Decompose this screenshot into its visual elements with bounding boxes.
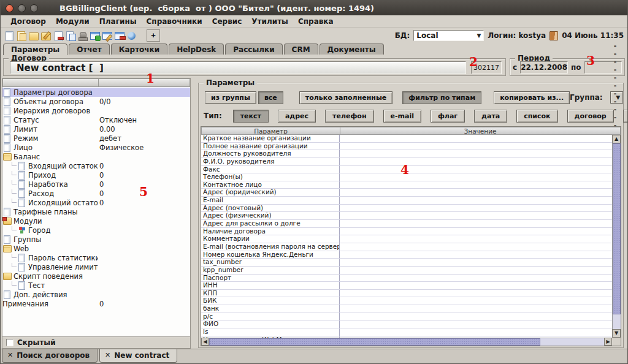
new-document-icon[interactable] bbox=[4, 31, 15, 41]
horizontal-scrollbar-thumb[interactable] bbox=[209, 338, 540, 346]
table-row[interactable]: Контактное лицо bbox=[201, 181, 612, 189]
menu-item[interactable]: Модули bbox=[51, 16, 94, 27]
scroll-up-icon[interactable]: ▲ bbox=[612, 135, 621, 143]
contract-name-field[interactable]: New contract [ ] bbox=[10, 61, 466, 74]
bottom-tab[interactable]: ✕ Поиск договоров bbox=[2, 349, 98, 363]
table-row[interactable]: КПП bbox=[201, 290, 612, 298]
param-value-cell[interactable] bbox=[340, 243, 612, 251]
type-filter-button[interactable]: договор bbox=[567, 110, 614, 123]
table-row[interactable]: банк bbox=[201, 305, 612, 313]
param-value-cell[interactable] bbox=[340, 150, 612, 157]
table-row[interactable]: E-mail (востановления пароля на сервер с… bbox=[201, 243, 612, 251]
scroll-left-icon[interactable]: ◀ bbox=[201, 338, 209, 346]
table-row[interactable]: tax_number bbox=[201, 259, 612, 267]
table-row[interactable]: Адрес для рассылки о долге bbox=[201, 220, 612, 228]
table-row[interactable]: Наличие договора bbox=[201, 228, 612, 236]
param-value-cell[interactable] bbox=[340, 135, 612, 142]
tree-item[interactable]: Тарифные планы bbox=[2, 207, 190, 216]
param-value-cell[interactable] bbox=[340, 220, 612, 227]
type-filter-button[interactable]: телефон bbox=[325, 110, 373, 123]
param-value-cell[interactable] bbox=[340, 173, 612, 181]
tree-item[interactable]: Скрипт поведения bbox=[2, 271, 190, 281]
menu-item[interactable]: Утилиты bbox=[247, 16, 293, 27]
vertical-scrollbar[interactable]: ▲ ▼ bbox=[612, 135, 621, 338]
tree-item[interactable]: Режим дебет bbox=[2, 134, 190, 143]
param-value-cell[interactable] bbox=[340, 259, 612, 266]
scroll-right-icon[interactable]: ▶ bbox=[604, 338, 612, 346]
refresh-clock-icon[interactable] bbox=[126, 31, 137, 41]
param-value-cell[interactable] bbox=[340, 290, 612, 297]
hidden-checkbox[interactable] bbox=[6, 339, 13, 346]
tree-item[interactable]: Объекты договора 0/0 bbox=[2, 97, 190, 106]
type-filter-button[interactable]: список bbox=[516, 110, 557, 123]
param-value-cell[interactable] bbox=[340, 189, 612, 196]
close-tab-icon[interactable]: ✕ bbox=[105, 352, 110, 358]
tree-item[interactable]: Доп. действия bbox=[2, 290, 190, 299]
table-row[interactable]: ИНН bbox=[201, 282, 612, 290]
table-row[interactable]: Полное название организации bbox=[201, 143, 612, 151]
menu-item[interactable]: Справочники bbox=[142, 16, 207, 27]
table-row[interactable]: ФИО bbox=[201, 320, 612, 328]
param-value-cell[interactable] bbox=[340, 251, 612, 259]
filter-button[interactable]: только заполненные bbox=[299, 91, 393, 104]
horizontal-scrollbar[interactable]: ◀ ▶ bbox=[201, 338, 612, 346]
menu-item[interactable]: Сервис bbox=[207, 16, 247, 27]
type-filter-button[interactable]: e-mail bbox=[383, 110, 421, 123]
column-header-parameter[interactable]: Параметр bbox=[201, 127, 340, 135]
table-row[interactable]: Номер кошелька Яндекс.Деньги bbox=[201, 251, 612, 259]
type-filter-button[interactable]: дата bbox=[474, 110, 507, 123]
tree-item[interactable]: Web bbox=[2, 244, 190, 253]
minimize-window-button[interactable] bbox=[18, 4, 26, 12]
type-filter-button[interactable]: обсл. договора bbox=[623, 110, 628, 123]
copy-document-icon[interactable] bbox=[16, 31, 27, 41]
param-value-cell[interactable] bbox=[340, 197, 612, 204]
exit-session-icon[interactable] bbox=[550, 31, 558, 40]
tree-item[interactable]: Лимит 0.00 bbox=[2, 124, 190, 134]
param-value-cell[interactable] bbox=[340, 181, 612, 189]
type-filter-button[interactable]: текст bbox=[233, 110, 269, 123]
db-select[interactable]: Local ▼ bbox=[413, 30, 484, 41]
main-tab[interactable]: Параметры bbox=[3, 44, 67, 55]
bottom-tab[interactable]: ✕ New contract bbox=[99, 349, 177, 363]
tree-item[interactable]: Город bbox=[2, 226, 190, 235]
tree-item[interactable]: Примечания 0 bbox=[2, 299, 190, 308]
tree-item[interactable]: Группы bbox=[2, 235, 190, 244]
tree-item[interactable]: Баланс bbox=[2, 152, 190, 161]
menu-item[interactable]: Договор bbox=[6, 16, 51, 27]
tree-item[interactable]: Управление лимитом bbox=[2, 262, 190, 271]
scroll-down-icon[interactable]: ▼ bbox=[612, 329, 621, 338]
table-row[interactable]: kpp_number bbox=[201, 267, 612, 275]
tree-item[interactable]: Статус Отключен bbox=[2, 115, 190, 124]
tree-item[interactable]: Параметры договора bbox=[2, 88, 190, 97]
param-value-cell[interactable] bbox=[340, 158, 612, 165]
tree-item[interactable]: Тест bbox=[2, 281, 190, 290]
tree-header-cell[interactable] bbox=[98, 78, 190, 87]
menu-item[interactable]: Справка bbox=[293, 16, 339, 27]
tree-item[interactable]: Иерархия договоров bbox=[2, 106, 190, 115]
close-window-icon[interactable] bbox=[114, 31, 125, 41]
main-tab[interactable]: CRM bbox=[284, 44, 318, 55]
tree-item[interactable]: Приход 0 bbox=[2, 170, 190, 180]
param-value-cell[interactable] bbox=[340, 328, 612, 336]
tree-item[interactable]: Входящий остаток 0 bbox=[2, 161, 190, 170]
table-row[interactable]: ls bbox=[201, 328, 612, 336]
panel-splitter[interactable] bbox=[191, 77, 196, 349]
tree-item[interactable]: Наработка 0 bbox=[2, 180, 190, 189]
edit-folder-icon[interactable] bbox=[40, 31, 52, 41]
param-value-cell[interactable] bbox=[340, 297, 612, 305]
table-row[interactable]: БИК bbox=[201, 297, 612, 305]
main-tab[interactable]: Документы bbox=[320, 44, 384, 55]
filter-button[interactable]: из группы bbox=[205, 91, 256, 104]
table-row[interactable]: Адрес (физический) bbox=[201, 212, 612, 220]
main-tab[interactable]: Рассылки bbox=[225, 44, 282, 55]
table-row[interactable]: Адрес (юридический) bbox=[201, 189, 612, 197]
open-folder-icon[interactable] bbox=[28, 31, 39, 41]
table-row[interactable]: Адрес (почтовый) bbox=[201, 205, 612, 213]
param-value-cell[interactable] bbox=[340, 205, 612, 212]
param-value-cell[interactable] bbox=[340, 267, 612, 274]
param-value-cell[interactable] bbox=[340, 320, 612, 328]
paste-document-icon[interactable] bbox=[65, 31, 76, 41]
tree-item[interactable]: Лицо Физическое bbox=[2, 143, 190, 152]
param-value-cell[interactable] bbox=[340, 282, 612, 289]
param-value-cell[interactable] bbox=[340, 166, 612, 173]
